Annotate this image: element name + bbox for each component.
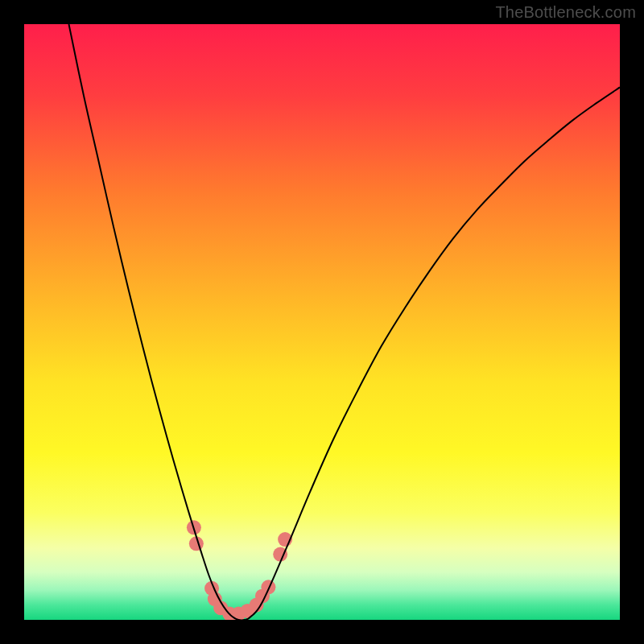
bottleneck-curve xyxy=(69,24,621,620)
watermark-text: TheBottleneck.com xyxy=(495,3,636,22)
chart-stage: TheBottleneck.com xyxy=(0,0,644,644)
curve-layer xyxy=(24,24,620,620)
plot-area xyxy=(24,24,620,620)
highlight-dot xyxy=(261,580,275,594)
